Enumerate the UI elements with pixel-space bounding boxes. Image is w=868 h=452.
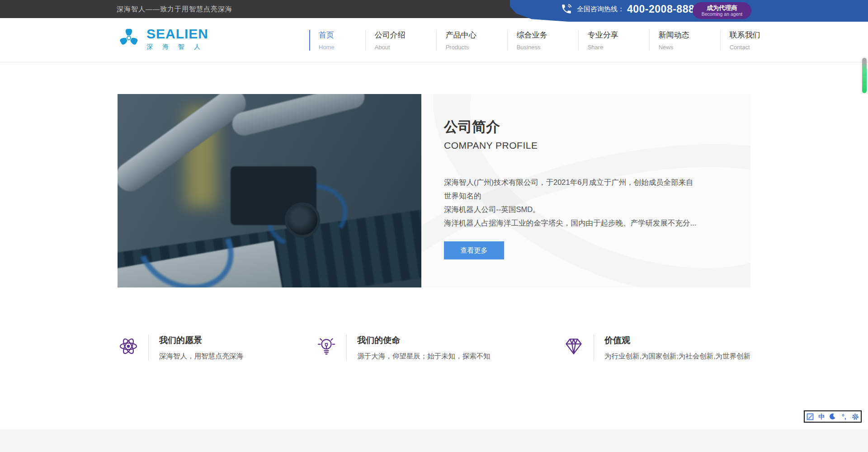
become-agent-label-en: Becoming an agent (702, 11, 742, 17)
feature-mission: 我们的使命 源于大海，仰望星辰；始于未知，探索不知 (316, 334, 491, 361)
logo-name: SEALIEN (146, 27, 210, 41)
become-agent-label-zh: 成为代理商 (707, 5, 737, 12)
nav-label-en: Products (446, 44, 476, 51)
nav-item-contact[interactable]: 联系我们 Contact (720, 30, 760, 51)
nav-label-en: Share (588, 44, 618, 51)
profile-text: 深海智人(广州)技术有限公司，于2021年6月成立于广州，创始成员全部来自世界知… (444, 175, 697, 230)
feature-desc: 为行业创新,为国家创新;为社会创新,为世界创新 (604, 352, 750, 361)
nav-item-about[interactable]: 公司介绍 About (365, 30, 406, 51)
profile-paragraph: 深海机器人公司--英国SMD。 (444, 202, 697, 216)
logo-subtitle: 深海智人 (146, 43, 210, 51)
settings-gear-icon[interactable] (851, 412, 860, 421)
feature-text: 价值观 为行业创新,为国家创新;为社会创新,为世界创新 (604, 334, 750, 361)
feature-vision: 我们的愿景 深海智人，用智慧点亮深海 (118, 334, 243, 361)
feature-text: 我们的使命 源于大海，仰望星辰；始于未知，探索不知 (357, 334, 491, 361)
site-slogan: 深海智人——致力于用智慧点亮深海 (117, 0, 232, 18)
accessibility-toolbar: 中 °, (804, 410, 862, 423)
propeller-logo-icon (116, 25, 142, 53)
nav-item-business[interactable]: 综合业务 Business (507, 30, 547, 51)
main-nav: 首页 Home 公司介绍 About 产品中心 Products 综合业务 Bu… (309, 18, 760, 62)
page: 深海智人——致力于用智慧点亮深海 全国咨询热线： 400-2008-888 成为… (0, 0, 868, 452)
scrollbar-thumb[interactable] (862, 58, 867, 93)
feature-values: 价值观 为行业创新,为国家创新;为社会创新,为世界创新 (563, 334, 750, 361)
logo[interactable]: SEALIEN 深海智人 (116, 25, 210, 53)
nav-item-products[interactable]: 产品中心 Products (436, 30, 476, 51)
company-profile-section: 公司简介 COMPANY PROFILE 深海智人(广州)技术有限公司，于202… (118, 94, 750, 287)
feature-desc: 深海智人，用智慧点亮深海 (159, 352, 243, 361)
feature-text: 我们的愿景 深海智人，用智慧点亮深海 (159, 334, 243, 361)
nav-item-home[interactable]: 首页 Home (309, 30, 335, 51)
view-more-button[interactable]: 查看更多 (444, 241, 504, 259)
divider (148, 334, 149, 361)
hotline: 全国咨询热线： 400-2008-888 (561, 0, 694, 18)
nav-label-zh: 新闻动态 (659, 30, 689, 40)
hotline-ribbon: 全国咨询热线： 400-2008-888 成为代理商 Becoming an a… (510, 0, 868, 22)
nav-label-zh: 公司介绍 (375, 30, 406, 40)
next-section-strip (0, 429, 868, 452)
nav-label-en: About (375, 44, 406, 51)
feature-title: 我们的愿景 (159, 334, 243, 346)
feature-desc: 源于大海，仰望星辰；始于未知，探索不知 (357, 352, 491, 361)
nav-item-news[interactable]: 新闻动态 News (649, 30, 689, 51)
hotline-number: 400-2008-888 (627, 3, 694, 15)
nav-item-share[interactable]: 专业分享 Share (578, 30, 618, 51)
features-row: 我们的愿景 深海智人，用智慧点亮深海 (118, 334, 750, 361)
moon-icon[interactable] (828, 412, 837, 421)
phone-icon (561, 3, 572, 15)
atom-icon (118, 335, 139, 357)
edit-check-icon[interactable] (806, 412, 815, 421)
feature-title: 我们的使命 (357, 334, 491, 346)
divider (346, 334, 347, 361)
main-header: SEALIEN 深海智人 首页 Home 公司介绍 About 产品中心 Pro… (0, 18, 868, 62)
nav-label-en: Home (319, 44, 335, 51)
feature-title: 价值观 (604, 334, 750, 346)
nav-label-zh: 联系我们 (730, 30, 760, 40)
nav-label-en: Business (517, 44, 547, 51)
nav-label-zh: 产品中心 (446, 30, 476, 40)
nav-label-zh: 首页 (319, 30, 335, 40)
become-agent-button[interactable]: 成为代理商 Becoming an agent (693, 2, 751, 19)
divider (594, 334, 594, 361)
punctuation-icon[interactable]: °, (840, 412, 849, 421)
profile-paragraph: 海洋机器人占据海洋工业的金字塔尖，国内由于起步晚、产学研发展不充分... (444, 216, 697, 230)
robot-arm-photo (118, 94, 421, 287)
nav-label-zh: 综合业务 (517, 30, 547, 40)
profile-title-zh: 公司简介 (444, 118, 500, 137)
nav-label-en: News (659, 44, 689, 51)
company-profile-panel: 公司简介 COMPANY PROFILE 深海智人(广州)技术有限公司，于202… (421, 94, 750, 287)
hotline-label: 全国咨询热线： (577, 5, 624, 14)
nav-label-zh: 专业分享 (588, 30, 618, 40)
profile-paragraph: 深海智人(广州)技术有限公司，于2021年6月成立于广州，创始成员全部来自世界知… (444, 175, 697, 202)
chinese-lang-icon[interactable]: 中 (817, 412, 826, 421)
diamond-icon (563, 335, 585, 357)
nav-label-en: Contact (730, 44, 760, 51)
profile-title-en: COMPANY PROFILE (444, 140, 538, 151)
lightbulb-icon (316, 335, 337, 357)
logo-text: SEALIEN 深海智人 (146, 27, 210, 51)
